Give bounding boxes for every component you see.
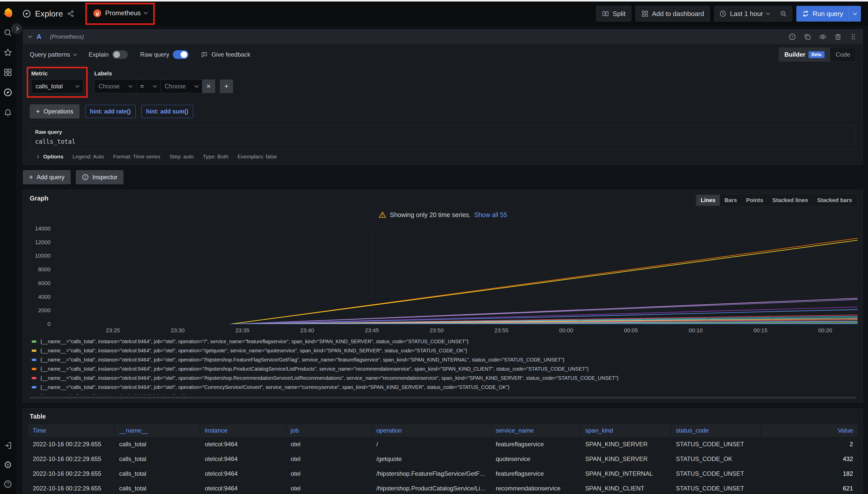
datasource-picker[interactable]: Prometheus — [90, 7, 150, 21]
column-header-job[interactable]: job — [286, 424, 372, 437]
show-all-series-link[interactable]: Show all 55 — [474, 211, 507, 218]
query-options-row[interactable]: Options Legend: AutoFormat: Time seriesS… — [30, 150, 856, 164]
query-row-header[interactable]: A (Prometheus) ? — [23, 30, 863, 44]
search-icon[interactable] — [3, 28, 12, 37]
raw-query-toggle[interactable] — [173, 50, 188, 59]
beta-badge: Beta — [809, 51, 825, 58]
add-query-button[interactable]: + Add query — [23, 170, 71, 184]
graph-mode-lines[interactable]: Lines — [696, 195, 720, 206]
table-row[interactable]: 2022-10-16 00:22:29.655calls_totalotelco… — [28, 466, 857, 481]
table-row[interactable]: 2022-10-16 00:22:29.655calls_totalotelco… — [28, 481, 857, 494]
y-axis: 02000400060008000100001200014000 — [28, 229, 55, 324]
graph-mode-bars[interactable]: Bars — [720, 195, 741, 206]
table-row[interactable]: 2022-10-16 00:22:29.655calls_totalotelco… — [28, 452, 857, 466]
x-tick-label: 23:25 — [106, 327, 120, 334]
inspector-button[interactable]: Inspector — [76, 170, 124, 184]
grafana-logo-icon[interactable] — [2, 7, 14, 18]
builder-tab[interactable]: Builder Beta — [779, 48, 830, 61]
remove-label-filter-button[interactable]: × — [202, 79, 215, 93]
query-hint-button-0[interactable]: hint: add rate() — [85, 105, 136, 118]
table-cell: calls_total — [114, 437, 200, 451]
column-header-service-name[interactable]: service_name — [491, 424, 581, 437]
help-icon[interactable]: ? — [3, 480, 12, 489]
hide-query-eye-icon[interactable] — [819, 33, 827, 41]
share-icon[interactable] — [67, 10, 74, 17]
dashboards-icon[interactable] — [3, 68, 12, 77]
option-meta-item: Type: Both — [203, 154, 228, 160]
starred-icon[interactable] — [3, 48, 12, 57]
column-header-operation[interactable]: operation — [372, 424, 491, 437]
column-header-time[interactable]: Time — [28, 424, 114, 437]
column-header-value[interactable]: Value — [761, 424, 857, 437]
column-header-span-kind[interactable]: span_kind — [581, 424, 671, 437]
zoom-out-button[interactable] — [775, 6, 792, 21]
split-icon — [602, 10, 609, 17]
table-cell: 2 — [761, 437, 857, 451]
run-query-button-group: Run query — [796, 6, 861, 22]
delete-query-trash-icon[interactable] — [834, 33, 842, 41]
results-table: Time__name__instancejoboperationservice_… — [28, 424, 857, 494]
query-editor-panel: A (Prometheus) ? — [23, 30, 863, 165]
table-cell: /getquote — [372, 452, 491, 466]
query-hint-button-1[interactable]: hint: add sum() — [141, 105, 193, 118]
sign-in-icon[interactable] — [3, 441, 12, 450]
table-cell: otelcol:9464 — [200, 437, 286, 451]
code-tab[interactable]: Code — [830, 48, 856, 61]
query-help-icon[interactable]: ? — [789, 33, 796, 41]
explain-toggle[interactable] — [112, 50, 128, 59]
table-header-row: Time__name__instancejoboperationservice_… — [28, 424, 857, 437]
legend-item[interactable]: {__name__="calls_total", instance="otelc… — [32, 355, 857, 364]
time-range-button[interactable]: Last 1 hour — [714, 6, 775, 21]
collapse-chevron-icon[interactable] — [28, 34, 32, 38]
legend-swatch-icon — [32, 377, 36, 379]
add-to-dashboard-button[interactable]: Add to dashboard — [635, 6, 710, 22]
label-operator-select[interactable]: = — [136, 79, 160, 93]
graph-legend: {__name__="calls_total", instance="otelc… — [32, 337, 857, 395]
clock-icon — [719, 10, 726, 17]
legend-swatch-icon — [32, 349, 36, 352]
time-series-chart[interactable]: 02000400060008000100001200014000 — [28, 229, 857, 324]
metric-select[interactable]: calls_total — [31, 79, 83, 93]
query-patterns-dropdown[interactable]: Query patterns — [30, 51, 76, 58]
table-cell: STATUS_CODE_UNSET — [671, 466, 761, 481]
column-header-instance[interactable]: instance — [200, 424, 286, 437]
explain-toggle-group: Explain — [89, 50, 128, 59]
legend-item[interactable]: {__name__="calls_total", instance="otelc… — [32, 383, 857, 392]
graph-mode-points[interactable]: Points — [741, 195, 767, 206]
y-tick-label: 4000 — [38, 294, 51, 300]
graph-mode-stacked-bars[interactable]: Stacked bars — [813, 195, 856, 206]
table-row[interactable]: 2022-10-16 00:22:29.655calls_totalotelco… — [28, 437, 857, 452]
metric-value: calls_total — [36, 83, 63, 90]
column-header--name-[interactable]: __name__ — [114, 424, 200, 437]
alerting-bell-icon[interactable] — [3, 108, 12, 117]
add-operation-button[interactable]: + Operations — [30, 104, 79, 118]
table-cell: 182 — [761, 466, 857, 481]
legend-item[interactable]: {__name__="calls_total", instance="otelc… — [32, 392, 857, 395]
split-button[interactable]: Split — [596, 6, 631, 22]
legend-item[interactable]: {__name__="calls_total", instance="otelc… — [32, 374, 857, 383]
legend-scrollbar[interactable] — [30, 397, 856, 399]
label-value-select[interactable]: Choose — [160, 79, 202, 93]
x-tick-label: 23:30 — [171, 327, 185, 334]
x-tick-label: 00:10 — [689, 327, 703, 334]
plot-area[interactable] — [55, 229, 857, 324]
give-feedback-link[interactable]: Give feedback — [201, 51, 250, 58]
legend-item[interactable]: {__name__="calls_total", instance="otelc… — [32, 337, 857, 346]
legend-item[interactable]: {__name__="calls_total", instance="otelc… — [32, 364, 857, 374]
table-cell: otelcol:9464 — [200, 452, 286, 466]
settings-gear-icon[interactable]: ⚙ — [3, 460, 12, 470]
label-key-select[interactable]: Choose — [94, 79, 136, 93]
duplicate-query-icon[interactable] — [804, 33, 811, 41]
sidebar-expand-button[interactable] — [11, 23, 22, 34]
graph-mode-stacked-lines[interactable]: Stacked lines — [767, 195, 813, 206]
column-header-status-code[interactable]: status_code — [671, 424, 761, 437]
datasource-hint: (Prometheus) — [50, 34, 84, 40]
explore-toolbar: Explore Prometheus — [16, 1, 868, 26]
drag-handle-icon[interactable] — [849, 33, 857, 41]
table-cell: STATUS_CODE_OK — [671, 452, 761, 466]
run-query-dropdown[interactable] — [849, 6, 861, 22]
add-label-filter-button[interactable]: + — [220, 79, 233, 93]
run-query-button[interactable]: Run query — [796, 6, 849, 22]
legend-item[interactable]: {__name__="calls_total", instance="otelc… — [32, 346, 857, 355]
explore-nav-icon[interactable] — [3, 88, 13, 97]
